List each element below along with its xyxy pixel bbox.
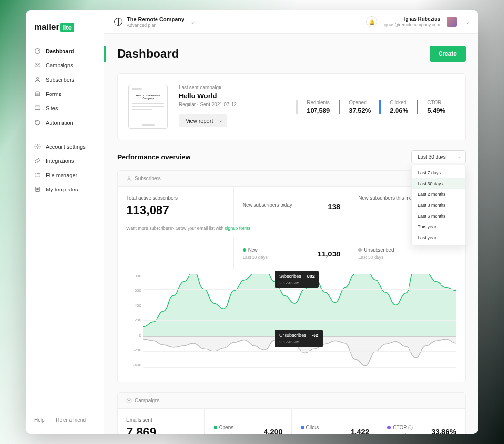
sent-value: 7,869	[126, 425, 195, 434]
nav-campaigns[interactable]: Campaigns	[26, 58, 104, 72]
ctor-value: 33.86%	[431, 427, 456, 434]
signup-forms-link[interactable]: signup forms	[225, 226, 251, 231]
date-range-dropdown: Last 7 daysLast 30 daysLast 2 monthsLast…	[411, 165, 466, 246]
campaigns-card: Campaigns Emails sent 7,869 Last 30 days…	[117, 392, 466, 434]
svg-point-7	[128, 177, 130, 179]
chevron-down-icon: ⌵	[191, 19, 194, 25]
nav-dashboard[interactable]: Dashboard	[26, 44, 104, 58]
stat-recipients: Recipients107,589	[296, 100, 339, 114]
campaign-title: Hello World	[179, 92, 267, 100]
dd-option[interactable]: Last year	[412, 232, 465, 243]
today-subs-label: New subscribers today	[243, 202, 292, 208]
campaigns-header: Campaigns	[118, 393, 465, 409]
opens-value: 4,200	[264, 427, 283, 434]
dd-option[interactable]: Last 7 days	[412, 167, 465, 178]
unsub-label: Unsubscribed	[364, 247, 394, 253]
template-icon	[34, 186, 41, 192]
new-value: 11,038	[317, 250, 340, 258]
site-icon	[34, 105, 41, 111]
dd-option[interactable]: Last 3 months	[412, 200, 465, 211]
sidebar: mailerlite DashboardCampaignsSubscribers…	[26, 10, 104, 434]
folder-icon	[34, 172, 41, 178]
campaign-thumbnail[interactable]: Hello to The Remote Company	[128, 85, 168, 129]
users-icon	[126, 176, 132, 181]
mail-icon	[34, 62, 41, 68]
globe-icon	[114, 18, 122, 26]
user-menu[interactable]: Ignas Rubezius ignas@remotecompany.com	[384, 16, 440, 28]
stat-clicked: Clicked2.06%	[379, 100, 417, 114]
form-icon	[34, 91, 41, 97]
create-button[interactable]: Create	[430, 46, 466, 62]
stat-opened: Opened37.52%	[339, 100, 379, 114]
tooltip-subscribes: Subscribes8822022-02-05	[275, 271, 319, 288]
dashboard-icon	[34, 48, 41, 54]
nav-account-settings[interactable]: Account settings	[26, 139, 104, 154]
nav: DashboardCampaignsSubscribersFormsSitesA…	[26, 44, 104, 412]
today-subs-value: 138	[328, 202, 340, 211]
tooltip-unsubscribes: Unsubscribes-522022-02-05	[275, 330, 323, 347]
svg-rect-4	[35, 106, 40, 110]
help-link[interactable]: Help	[34, 417, 45, 423]
topbar: The Remote Company Advanced plan ⌵ 🔔 Ign…	[104, 10, 478, 34]
dd-option[interactable]: This year	[412, 222, 465, 232]
nav-file-manager[interactable]: File manager	[26, 168, 104, 182]
nav-my-templates[interactable]: My templates	[26, 182, 104, 196]
subscribers-chart: 8006004002000-200-400 Subscribes8822022-…	[118, 269, 465, 382]
logo: mailerlite	[26, 22, 104, 44]
svg-point-2	[36, 77, 38, 79]
link-icon	[34, 158, 41, 164]
help-icon[interactable]: ?	[408, 425, 413, 430]
nav-automation[interactable]: Automation	[26, 115, 104, 129]
new-label: New	[248, 247, 258, 253]
refer-link[interactable]: Refer a friend	[56, 417, 86, 423]
avatar[interactable]	[447, 17, 457, 27]
automation-icon	[34, 119, 41, 126]
users-icon	[34, 76, 41, 83]
campaign-label: Last sent campaign	[179, 85, 267, 90]
dd-option[interactable]: Last 6 months	[412, 211, 465, 222]
total-subs-value: 113,087	[126, 203, 224, 217]
performance-title: Performance overview	[117, 153, 190, 161]
total-subs-label: Total active subscribers	[126, 195, 224, 201]
sent-label: Emails sent	[126, 417, 195, 423]
svg-rect-3	[35, 92, 40, 96]
gear-icon	[34, 143, 41, 150]
nav-sites[interactable]: Sites	[26, 101, 104, 115]
notifications-button[interactable]: 🔔	[366, 16, 377, 27]
dd-option[interactable]: Last 30 days	[412, 178, 465, 189]
stat-ctor: CTOR5.49%	[417, 100, 454, 114]
view-report-button[interactable]: View report	[179, 114, 227, 127]
main: The Remote Company Advanced plan ⌵ 🔔 Ign…	[104, 10, 478, 434]
dd-option[interactable]: Last 2 months	[412, 189, 465, 200]
page-title: Dashboard	[117, 47, 179, 61]
date-range-selector[interactable]: Last 30 days Last 7 daysLast 30 daysLast…	[411, 150, 466, 163]
svg-point-5	[37, 146, 38, 147]
campaign-meta: Regular · Sent 2021-07-12	[179, 102, 267, 107]
nav-forms[interactable]: Forms	[26, 87, 104, 101]
nav-subscribers[interactable]: Subscribers	[26, 72, 104, 87]
nav-integrations[interactable]: Integrations	[26, 154, 104, 168]
svg-rect-1	[35, 63, 40, 67]
last-campaign-card: Hello to The Remote Company Last sent ca…	[117, 73, 466, 140]
company-switcher[interactable]: The Remote Company Advanced plan ⌵	[114, 16, 194, 28]
mail-icon	[126, 398, 132, 403]
chevron-down-icon: ⌵	[466, 19, 469, 25]
clicks-value: 1,422	[351, 427, 370, 434]
footer-links: Help · Refer a friend	[26, 412, 104, 428]
app-window: mailerlite DashboardCampaignsSubscribers…	[26, 10, 478, 434]
